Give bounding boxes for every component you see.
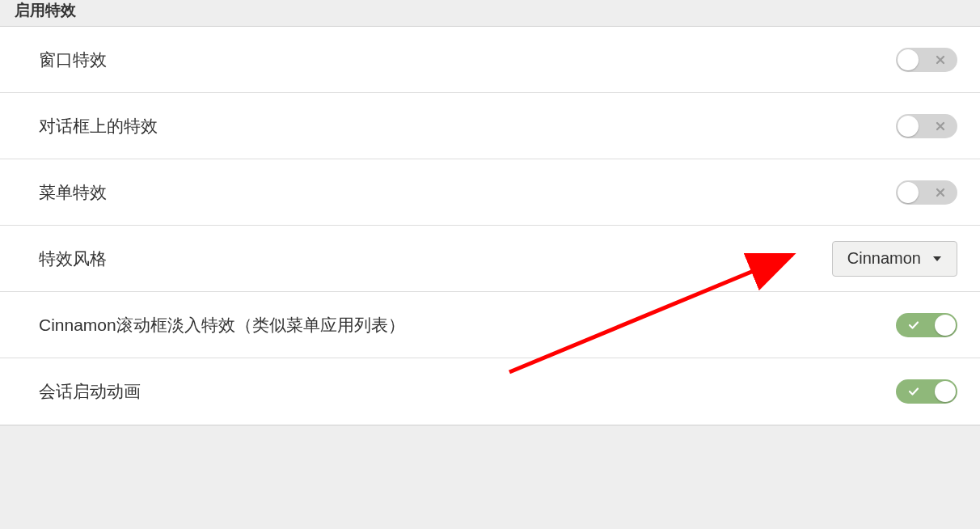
toggle-dialog-effects[interactable] [896,114,957,138]
row-label-session-anim: 会话启动动画 [39,380,141,403]
x-icon [935,54,946,66]
row-label-overlay-fade: Cinnamon滚动框淡入特效（类似菜单应用列表） [39,314,405,336]
toggle-session-anim[interactable] [896,379,957,404]
x-icon [935,121,946,132]
switch-knob [935,381,956,402]
row-overlay-fade: Cinnamon滚动框淡入特效（类似菜单应用列表） [0,292,980,358]
toggle-overlay-fade[interactable] [896,313,957,337]
row-label-dialog-effects: 对话框上的特效 [39,115,158,138]
row-window-effects: 窗口特效 [0,27,980,93]
toggle-menu-effects[interactable] [896,180,957,205]
dropdown-effect-style[interactable]: Cinnamon [832,241,957,277]
switch-knob [898,116,919,137]
row-menu-effects: 菜单特效 [0,159,980,226]
row-effect-style: 特效风格 Cinnamon [0,226,980,292]
dropdown-selected-label: Cinnamon [847,249,921,268]
toggle-window-effects[interactable] [896,48,957,72]
switch-knob [898,182,919,203]
row-label-menu-effects: 菜单特效 [39,181,107,204]
row-dialog-effects: 对话框上的特效 [0,93,980,159]
x-icon [935,187,946,198]
switch-knob [898,49,919,70]
chevron-down-icon [932,249,942,268]
settings-panel: 窗口特效 对话框上的特效 菜单特效 特效风格 Cinnamon [0,26,980,425]
check-icon [907,319,920,332]
section-title: 启用特效 [0,0,980,26]
row-session-anim: 会话启动动画 [0,358,980,425]
row-label-effect-style: 特效风格 [39,248,107,270]
check-icon [907,385,920,398]
row-label-window-effects: 窗口特效 [39,49,107,71]
switch-knob [935,315,956,336]
